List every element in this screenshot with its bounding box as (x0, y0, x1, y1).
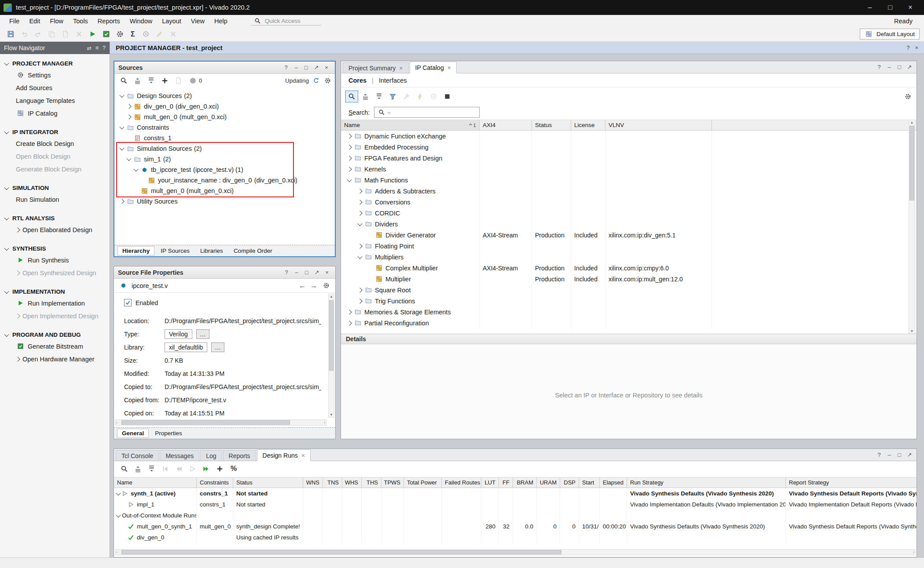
column-header-ths[interactable]: THS (362, 477, 381, 488)
ellipsis-button[interactable]: … (211, 342, 224, 352)
column-header-dsp[interactable]: DSP (560, 477, 579, 488)
expander-icon[interactable] (125, 115, 133, 119)
close-tab-icon[interactable]: × (399, 65, 403, 72)
flow-section-header-implementation[interactable]: IMPLEMENTATION (0, 287, 110, 297)
redo-button[interactable] (32, 28, 44, 40)
expander-icon[interactable] (356, 244, 364, 248)
expander-icon[interactable] (356, 288, 364, 292)
expander-icon[interactable] (118, 126, 126, 129)
menu-help[interactable]: Help (209, 16, 232, 26)
ellipsis-button[interactable]: … (196, 329, 209, 339)
source-node-simulation-sources[interactable]: Simulation Sources(2) (114, 143, 335, 154)
scroll-down-icon[interactable]: ▼ (909, 329, 915, 333)
ip-tree-row-cordic[interactable]: CORDIC (341, 208, 917, 218)
flow-item-open-hardware-manager[interactable]: Open Hardware Manager (0, 353, 110, 365)
expander-icon[interactable] (345, 135, 353, 138)
quick-access-search[interactable]: Quick Access (251, 17, 321, 25)
float-icon[interactable]: ↗ (312, 269, 321, 276)
flow-section-header-program-and-debug[interactable]: PROGRAM AND DEBUG (0, 330, 110, 340)
close-icon[interactable]: × (915, 44, 918, 51)
close-tab-icon[interactable]: × (301, 452, 305, 459)
ip-search-input[interactable] (374, 107, 480, 118)
step-forward-button[interactable] (200, 463, 213, 475)
column-header-failed_routes[interactable]: Failed Routes (442, 477, 481, 488)
scrollbar-thumb[interactable] (121, 420, 290, 425)
column-header-tns[interactable]: TNS (323, 477, 342, 488)
scroll-right-icon[interactable]: › (913, 550, 914, 554)
ip-tree-row-partial-reconfiguration[interactable]: Partial Reconfiguration (341, 317, 917, 328)
ip-tree-row-square-root[interactable]: Square Root (341, 284, 917, 295)
ip-tree-row-conversions[interactable]: Conversions (341, 197, 917, 208)
details-pane-button[interactable] (441, 91, 454, 102)
close-icon[interactable]: × (322, 64, 331, 71)
float-icon[interactable]: ↗ (905, 64, 914, 70)
source-node-sim-1[interactable]: sim_1(2) (114, 154, 335, 164)
expand-all-button[interactable] (373, 91, 385, 102)
flow-item-run-synthesis[interactable]: Run Synthesis (0, 254, 110, 266)
source-node-your-instance-name-div-gen-0[interactable]: your_instance_name : div_gen_0(div_gen_0… (114, 175, 335, 186)
column-header-report_strategy[interactable]: Report Strategy (786, 477, 917, 488)
scroll-left-icon[interactable]: ‹ (116, 550, 117, 554)
expander-icon[interactable] (345, 146, 353, 149)
properties-vertical-scrollbar[interactable]: ▲ ▼ (328, 294, 334, 418)
gear-icon[interactable] (323, 77, 332, 84)
gear-icon[interactable] (322, 282, 330, 289)
expander-icon[interactable] (125, 105, 133, 108)
run-row-out-of-context-module-runs[interactable]: Out-of-Context Module Runs (114, 510, 917, 521)
flow-section-header-rtl-analysis[interactable]: RTL ANALYSIS (0, 213, 110, 223)
ip-tree-row-complex-multiplier[interactable]: Complex MultiplierAXI4-StreamProductionI… (341, 262, 917, 273)
column-header-wns[interactable]: WNS (303, 477, 323, 488)
copy-button[interactable] (45, 28, 58, 40)
flow-item-open-implemented-design[interactable]: Open Implemented Design (0, 309, 110, 322)
column-header-elapsed[interactable]: Elapsed (600, 477, 627, 488)
collapse-all-button[interactable] (359, 91, 372, 102)
column-header-bram[interactable]: BRAM (513, 477, 537, 488)
scroll-left-icon[interactable]: ‹ (116, 420, 117, 425)
column-header-lut[interactable]: LUT (481, 477, 499, 488)
runs-horizontal-scrollbar[interactable]: ‹ › (115, 549, 916, 555)
generate-ip-button[interactable] (414, 91, 426, 102)
flow-item-settings[interactable]: Settings (0, 69, 110, 81)
flow-item-open-synthesized-design[interactable]: Open Synthesized Design (0, 266, 110, 279)
flow-section-header-project-manager[interactable]: PROJECT MANAGER (0, 58, 110, 69)
search-button[interactable] (117, 75, 130, 87)
collapse-all-button[interactable] (132, 463, 144, 475)
scrollbar-thumb[interactable] (909, 126, 914, 200)
ip-tree-row-dynamic-function-exchange[interactable]: Dynamic Function eXchange (341, 131, 917, 142)
maximize-icon[interactable]: □ (895, 64, 904, 70)
column-header-start[interactable]: Start (579, 477, 600, 488)
flow-item-run-implementation[interactable]: Run Implementation (0, 297, 110, 309)
maximize-icon[interactable]: □ (895, 451, 904, 458)
minimize-icon[interactable]: – (885, 451, 894, 458)
maximize-icon[interactable]: □ (880, 0, 900, 15)
view-tab-hierarchy[interactable]: Hierarchy (117, 246, 154, 255)
flow-section-header-ip-integrator[interactable]: IP INTEGRATOR (0, 127, 110, 137)
view-tab-properties[interactable]: Properties (150, 429, 187, 437)
column-header-license[interactable]: License (571, 120, 605, 130)
ip-tree-row-adders-subtracters[interactable]: Adders & Subtracters (341, 186, 917, 197)
run-button[interactable] (86, 28, 99, 40)
expander-icon[interactable] (356, 222, 364, 226)
expander-icon[interactable] (118, 147, 126, 150)
flow-item-generate-block-design[interactable]: Generate Block Design (0, 163, 110, 175)
expander-icon[interactable] (356, 200, 364, 204)
filter-button[interactable] (386, 91, 399, 102)
delete-button[interactable] (73, 28, 85, 40)
column-header-axi4[interactable]: AXI4 (480, 120, 532, 130)
customize-ip-button[interactable] (400, 91, 413, 102)
enabled-checkbox[interactable] (124, 299, 132, 306)
ip-tree-row-divider-generator[interactable]: Divider GeneratorAXI4-StreamProductionIn… (341, 229, 917, 240)
back-icon[interactable]: ← (299, 282, 306, 290)
column-header-run_strategy[interactable]: Run Strategy (627, 477, 786, 488)
tab-reports[interactable]: Reports (223, 450, 256, 461)
column-header-whs[interactable]: WHS (342, 477, 362, 488)
add-sources-button[interactable] (158, 75, 171, 87)
view-tab-general[interactable]: General (117, 429, 149, 438)
create-runs-button[interactable] (213, 463, 226, 475)
ip-tree-row-dividers[interactable]: Dividers (341, 218, 917, 229)
help-icon[interactable]: ? (103, 45, 106, 51)
source-node-mult-gen-0[interactable]: mult_gen_0(mult_gen_0.xci) (114, 186, 335, 196)
tab-project-summary[interactable]: Project Summary× (343, 62, 409, 73)
flow-item-open-elaborated-design[interactable]: Open Elaborated Design (0, 223, 110, 236)
column-header-total_power[interactable]: Total Power (404, 477, 442, 488)
